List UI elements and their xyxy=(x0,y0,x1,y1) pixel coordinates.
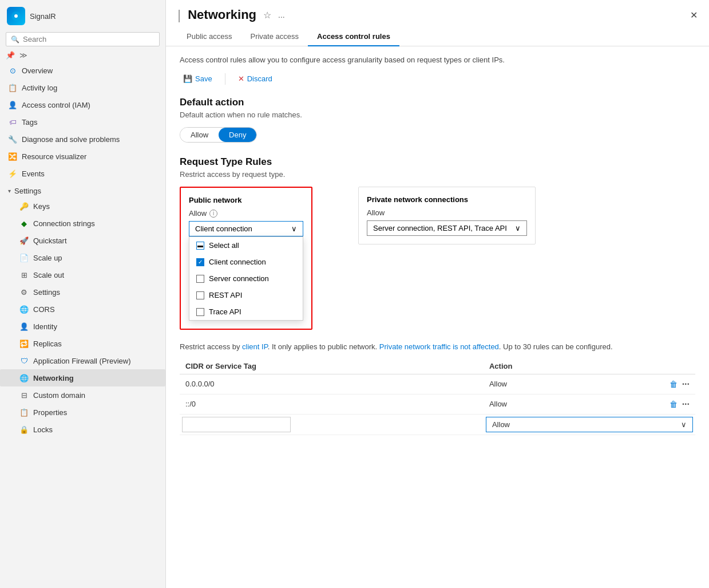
public-network-allow-label: Allow i xyxy=(189,209,303,218)
cidr-value-2: ::/0 xyxy=(180,394,484,414)
more-actions-icon-1[interactable]: ··· xyxy=(682,379,690,389)
collapse-icon[interactable]: ≫ xyxy=(19,51,27,60)
check-icon: ✓ xyxy=(198,259,203,265)
table-header-row: CIDR or Service Tag Action xyxy=(180,358,695,374)
more-options-icon[interactable]: ... xyxy=(278,10,285,19)
dropdown-item-trace-api[interactable]: Trace API xyxy=(189,303,303,320)
sidebar-item-cors[interactable]: 🌐 CORS xyxy=(0,301,165,318)
discard-button[interactable]: ✕ Discard xyxy=(235,72,276,85)
title-pipe: | xyxy=(177,7,181,23)
pin-icon[interactable]: 📌 xyxy=(6,51,15,60)
chevron-down-icon: ▾ xyxy=(8,188,11,194)
access-icon: 👤 xyxy=(8,100,17,109)
more-actions-icon-2[interactable]: ··· xyxy=(682,399,690,409)
sidebar-item-resource-visualizer[interactable]: 🔀 Resource visualizer xyxy=(0,148,165,165)
public-network-title: Public network xyxy=(189,196,303,204)
settings-section[interactable]: ▾ Settings xyxy=(0,182,165,198)
dropdown-item-rest-api[interactable]: REST API xyxy=(189,287,303,303)
locks-icon: 🔒 xyxy=(19,425,29,434)
discard-icon: ✕ xyxy=(238,74,244,83)
action-chevron-down-icon: ∨ xyxy=(681,420,687,429)
dropdown-item-client-connection[interactable]: ✓ Client connection xyxy=(189,254,303,270)
sidebar-controls: 📌 ≫ xyxy=(0,51,165,62)
sidebar-item-firewall[interactable]: 🛡 Application Firewall (Preview) xyxy=(0,352,165,369)
info-icon[interactable]: i xyxy=(209,210,217,218)
tab-access-control-rules[interactable]: Access control rules xyxy=(308,27,399,46)
sidebar-item-events[interactable]: ⚡ Events xyxy=(0,165,165,182)
main-panel: | Networking ☆ ... ✕ Public access Priva… xyxy=(166,0,709,588)
networking-icon: 🌐 xyxy=(19,373,29,382)
request-type-rules-section: Request Type Rules Restrict access by re… xyxy=(180,156,695,330)
rules-grid: Public network Allow i Client connection… xyxy=(180,187,695,330)
dropdown-item-select-all[interactable]: ▬ Select all xyxy=(189,237,303,254)
rest-api-checkbox[interactable] xyxy=(196,291,204,299)
sidebar-item-identity[interactable]: 👤 Identity xyxy=(0,318,165,335)
delete-icon-2[interactable]: 🗑 xyxy=(670,400,678,409)
public-network-dropdown-trigger[interactable]: Client connection ∨ xyxy=(189,221,303,236)
search-container[interactable]: 🔍 xyxy=(6,32,160,46)
row-actions-2: 🗑 ··· xyxy=(600,399,690,409)
cidr-input[interactable] xyxy=(182,417,291,432)
allow-deny-toggle: Allow Deny xyxy=(180,127,257,143)
page-description: Access control rules allow you to config… xyxy=(180,56,695,64)
search-input[interactable] xyxy=(23,35,155,44)
sidebar-item-properties[interactable]: 📋 Properties xyxy=(0,404,165,421)
action-value-2: Allow xyxy=(484,394,594,414)
private-chevron-down-icon: ∨ xyxy=(515,224,521,232)
action-value-1: Allow xyxy=(484,374,594,394)
deny-toggle-btn[interactable]: Deny xyxy=(219,128,256,142)
allow-toggle-btn[interactable]: Allow xyxy=(180,128,219,142)
favorite-star-icon[interactable]: ☆ xyxy=(263,10,271,21)
sidebar-item-access-control[interactable]: 👤 Access control (IAM) xyxy=(0,96,165,113)
private-network-dropdown[interactable]: Server connection, REST API, Trace API ∨ xyxy=(367,220,527,236)
sidebar-item-scale-up[interactable]: 📄 Scale up xyxy=(0,249,165,266)
sidebar-item-tags[interactable]: 🏷 Tags xyxy=(0,113,165,131)
client-connection-checkbox[interactable]: ✓ xyxy=(196,258,204,266)
sidebar-item-keys[interactable]: 🔑 Keys xyxy=(0,198,165,215)
cors-icon: 🌐 xyxy=(19,305,29,314)
firewall-icon: 🛡 xyxy=(19,356,29,365)
save-button[interactable]: 💾 Save xyxy=(180,72,216,85)
sidebar-item-networking[interactable]: 🌐 Networking xyxy=(0,369,165,386)
ip-rules-table: CIDR or Service Tag Action 0.0.0.0/0 All… xyxy=(180,358,695,435)
sidebar-item-overview[interactable]: ⊙ Overview xyxy=(0,62,165,79)
table-row: ::/0 Allow 🗑 ··· xyxy=(180,394,695,414)
sidebar-item-settings[interactable]: ⚙ Settings xyxy=(0,283,165,301)
action-select[interactable]: Allow ∨ xyxy=(486,417,693,432)
close-icon[interactable]: ✕ xyxy=(690,10,698,21)
sidebar-item-custom-domain[interactable]: ⊟ Custom domain xyxy=(0,386,165,404)
tab-bar: Public access Private access Access cont… xyxy=(166,23,709,46)
app-name: SignalR xyxy=(30,12,56,21)
server-connection-checkbox[interactable] xyxy=(196,275,204,283)
sidebar-item-locks[interactable]: 🔒 Locks xyxy=(0,421,165,438)
dropdown-item-server-connection[interactable]: Server connection xyxy=(189,270,303,287)
col-cidr: CIDR or Service Tag xyxy=(180,358,484,374)
select-all-checkbox[interactable]: ▬ xyxy=(196,242,204,250)
partial-check-icon: ▬ xyxy=(197,242,203,248)
trace-api-checkbox[interactable] xyxy=(196,308,204,316)
settings-icon: ⚙ xyxy=(19,287,29,297)
table-row: 0.0.0.0/0 Allow 🗑 ··· xyxy=(180,374,695,394)
sidebar-item-connection-strings[interactable]: ◆ Connection strings xyxy=(0,215,165,232)
sidebar-item-replicas[interactable]: 🔁 Replicas xyxy=(0,335,165,352)
tab-private-access[interactable]: Private access xyxy=(241,27,308,46)
private-network-link[interactable]: Private network traffic is not affected xyxy=(379,342,499,351)
sidebar-item-scale-out[interactable]: ⊞ Scale out xyxy=(0,266,165,283)
delete-icon-1[interactable]: 🗑 xyxy=(670,380,678,389)
sidebar-item-diagnose[interactable]: 🔧 Diagnose and solve problems xyxy=(0,131,165,148)
sidebar-item-activity-log[interactable]: 📋 Activity log xyxy=(0,79,165,96)
default-action-subtitle: Default action when no rule matches. xyxy=(180,111,695,119)
quickstart-icon: 🚀 xyxy=(19,236,29,245)
private-network-title: Private network connections xyxy=(367,195,527,204)
titlebar: | Networking ☆ ... ✕ xyxy=(166,0,709,23)
ip-rules-section: Restrict access by client IP. It only ap… xyxy=(180,341,695,435)
default-action-section: Default action Default action when no ru… xyxy=(180,97,695,156)
client-ip-link[interactable]: client IP xyxy=(242,342,268,351)
public-network-box: Public network Allow i Client connection… xyxy=(180,187,312,330)
request-type-title: Request Type Rules xyxy=(180,156,695,168)
tab-public-access[interactable]: Public access xyxy=(177,27,241,46)
identity-icon: 👤 xyxy=(19,322,29,331)
col-action: Action xyxy=(484,358,594,374)
sidebar-item-quickstart[interactable]: 🚀 Quickstart xyxy=(0,232,165,249)
input-row: Allow ∨ xyxy=(180,414,695,435)
